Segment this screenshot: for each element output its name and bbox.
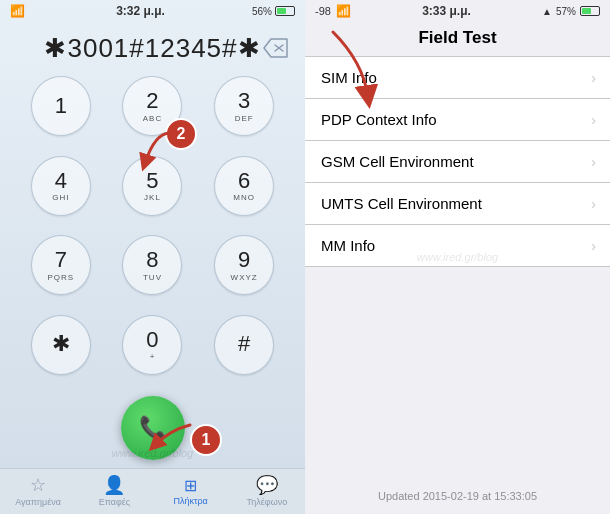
battery-body-left — [275, 6, 295, 16]
key-4-letters: GHI — [52, 193, 69, 202]
pdp-chevron: › — [591, 112, 596, 128]
key-5-num: 5 — [146, 169, 158, 193]
bottom-nav: ☆ Αγαπημένα 👤 Επαφές ⊞ Πλήκτρα 💬 Τηλέφων… — [0, 468, 305, 514]
nav-recents[interactable]: 💬 Τηλέφωνο — [229, 474, 305, 507]
mm-info-chevron: › — [591, 238, 596, 254]
battery-body-right — [580, 6, 600, 16]
time-right: 3:33 μ.μ. — [351, 4, 542, 18]
battery-fill-right — [582, 8, 591, 14]
key-2-letters: ABC — [143, 114, 162, 123]
star-icon: ☆ — [30, 474, 46, 496]
key-9[interactable]: 9 WXYZ — [214, 235, 274, 295]
key-2-num: 2 — [146, 89, 158, 113]
key-6-num: 6 — [238, 169, 250, 193]
sim-info-label: SIM Info — [321, 69, 377, 86]
backspace-icon — [262, 38, 288, 58]
key-0[interactable]: 0 + — [122, 315, 182, 375]
left-panel: 📶 3:32 μ.μ. 56% ✱3001#12345#✱ 1 — [0, 0, 305, 514]
right-status-right: ▲ 57% — [542, 6, 600, 17]
menu-item-gsm[interactable]: GSM Cell Environment › — [305, 141, 610, 183]
call-phone-icon: 📞 — [139, 415, 166, 441]
umts-chevron: › — [591, 196, 596, 212]
menu-list: SIM Info › PDP Context Info › GSM Cell E… — [305, 56, 610, 267]
key-6[interactable]: 6 MNO — [214, 156, 274, 216]
key-hash[interactable]: # — [214, 315, 274, 375]
direction-arrow: ▲ — [542, 6, 552, 17]
key-7-num: 7 — [55, 248, 67, 272]
right-status-left: -98 📶 — [315, 4, 351, 18]
menu-item-pdp[interactable]: PDP Context Info › — [305, 99, 610, 141]
key-star-num: ✱ — [52, 332, 70, 356]
menu-item-umts[interactable]: UMTS Cell Environment › — [305, 183, 610, 225]
menu-item-sim-info[interactable]: SIM Info › — [305, 57, 610, 99]
nav-contacts[interactable]: 👤 Επαφές — [76, 474, 152, 507]
key-9-letters: WXYZ — [231, 273, 258, 282]
key-9-num: 9 — [238, 248, 250, 272]
key-8[interactable]: 8 TUV — [122, 235, 182, 295]
battery-fill-left — [277, 8, 286, 14]
dial-input-row: ✱3001#12345#✱ — [0, 22, 305, 72]
wifi-icon-right: 📶 — [336, 4, 351, 18]
key-8-letters: TUV — [143, 273, 162, 282]
key-1[interactable]: 1 — [31, 76, 91, 136]
gsm-label: GSM Cell Environment — [321, 153, 474, 170]
keypad-icon: ⊞ — [184, 476, 197, 495]
status-bar-right: -98 📶 3:33 μ.μ. ▲ 57% — [305, 0, 610, 22]
pdp-label: PDP Context Info — [321, 111, 437, 128]
dialpad: 1 2 ABC 3 DEF 4 GHI 5 JKL 6 MNO 7 PQRS — [0, 72, 305, 392]
nav-favorites-label: Αγαπημένα — [15, 497, 61, 507]
key-0-letters: + — [150, 352, 156, 361]
key-1-num: 1 — [55, 94, 67, 118]
sim-info-chevron: › — [591, 70, 596, 86]
time-left: 3:32 μ.μ. — [116, 4, 165, 18]
updated-timestamp: Updated 2015-02-19 at 15:33:05 — [305, 490, 610, 502]
call-row: 📞 — [0, 392, 305, 468]
key-5[interactable]: 5 JKL — [122, 156, 182, 216]
battery-left: 56% — [252, 6, 295, 17]
chat-icon: 💬 — [256, 474, 278, 496]
nav-contacts-label: Επαφές — [99, 497, 130, 507]
call-button[interactable]: 📞 — [121, 396, 185, 460]
delete-button[interactable] — [261, 37, 289, 59]
gsm-chevron: › — [591, 154, 596, 170]
key-star[interactable]: ✱ — [31, 315, 91, 375]
person-icon: 👤 — [103, 474, 125, 496]
status-bar-left: 📶 3:32 μ.μ. 56% — [0, 0, 305, 22]
nav-keypad[interactable]: ⊞ Πλήκτρα — [153, 476, 229, 506]
key-2[interactable]: 2 ABC — [122, 76, 182, 136]
nav-recents-label: Τηλέφωνο — [247, 497, 288, 507]
key-4-num: 4 — [55, 169, 67, 193]
nav-keypad-label: Πλήκτρα — [173, 496, 207, 506]
key-3[interactable]: 3 DEF — [214, 76, 274, 136]
signal-strength: -98 — [315, 5, 331, 17]
left-status-icons: 📶 — [10, 4, 29, 18]
key-8-num: 8 — [146, 248, 158, 272]
dial-display: ✱3001#12345#✱ — [16, 33, 289, 64]
key-hash-num: # — [238, 332, 250, 356]
wifi-icon-left: 📶 — [10, 4, 25, 18]
key-4[interactable]: 4 GHI — [31, 156, 91, 216]
mm-info-label: MM Info — [321, 237, 375, 254]
menu-item-mm-info[interactable]: MM Info › — [305, 225, 610, 266]
umts-label: UMTS Cell Environment — [321, 195, 482, 212]
key-3-letters: DEF — [235, 114, 254, 123]
key-0-num: 0 — [146, 328, 158, 352]
key-7-letters: PQRS — [47, 273, 74, 282]
nav-favorites[interactable]: ☆ Αγαπημένα — [0, 474, 76, 507]
right-panel: -98 📶 3:33 μ.μ. ▲ 57% Field Test SIM Inf… — [305, 0, 610, 514]
key-6-letters: MNO — [233, 193, 255, 202]
key-7[interactable]: 7 PQRS — [31, 235, 91, 295]
key-5-letters: JKL — [144, 193, 161, 202]
field-test-title: Field Test — [305, 22, 610, 56]
battery-pct-right: 57% — [556, 6, 576, 17]
battery-pct-left: 56% — [252, 6, 272, 17]
key-3-num: 3 — [238, 89, 250, 113]
